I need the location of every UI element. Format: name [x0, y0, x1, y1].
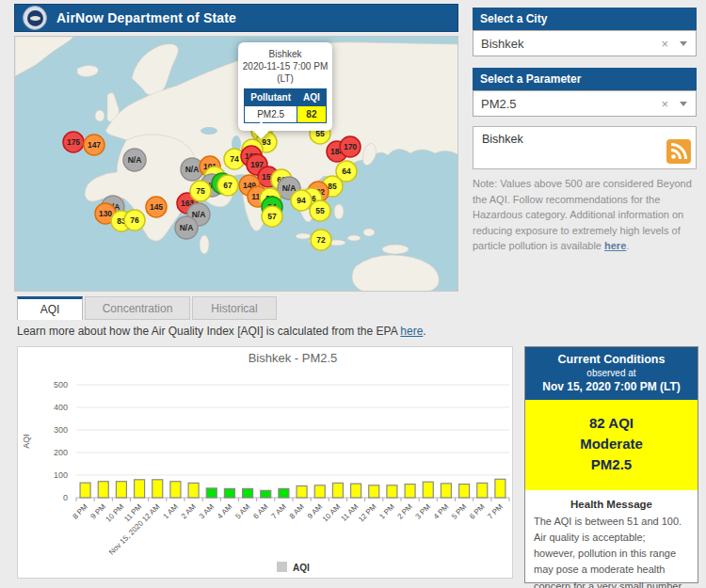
svg-text:93: 93 [262, 137, 271, 147]
chart-bar [135, 480, 145, 498]
tab-concentration[interactable]: Concentration [85, 296, 190, 320]
chart-x-tick-label: 10 AM [321, 502, 343, 524]
health-message-section: Health Message The AQI is between 51 and… [525, 490, 698, 588]
chart-bar [351, 484, 361, 498]
svg-text:67: 67 [223, 181, 233, 190]
popup-col-aqi: AQI [297, 89, 327, 106]
chart-bar [495, 479, 505, 498]
chart-bar [297, 486, 307, 498]
chart-bar [387, 485, 397, 498]
aqi-bar-chart: Bishkek - PM2.5AQI01002003004005008 PM9 … [17, 346, 513, 579]
svg-text:130: 130 [99, 209, 112, 218]
aqi-marker[interactable]: 145 [146, 197, 167, 217]
aqi-status-box: 82 AQI Moderate PM2.5 [525, 400, 698, 490]
legend-label: AQI [293, 563, 310, 573]
parameter-caret-down-icon[interactable] [680, 102, 687, 106]
chart-x-tick-label: 8 AM [288, 502, 306, 520]
chart-x-tick-label: 4 PM [432, 502, 451, 521]
state-department-seal-icon [23, 6, 47, 30]
svg-text:170: 170 [344, 142, 357, 151]
chart-bar [423, 482, 433, 498]
aqi-marker[interactable]: 170 [340, 136, 361, 157]
current-conditions-header: Current Conditions observed at Nov 15, 2… [525, 347, 698, 400]
chart-x-tick-label: 6 AM [251, 502, 269, 520]
learn-more-period: . [423, 325, 425, 338]
svg-text:72: 72 [316, 235, 326, 245]
chart-x-tick-label: 10 PM [104, 502, 126, 524]
chart-x-tick-label: 5 AM [233, 502, 251, 520]
city-select[interactable]: Bishkek × [473, 30, 697, 56]
aqi-value-line: 82 AQI [525, 413, 698, 434]
chart-bar [261, 490, 271, 498]
note-text: Note: Values above 500 are considered Be… [473, 176, 697, 254]
chart-x-tick-label: 6 PM [468, 502, 487, 521]
select-parameter-header: Select a Parameter [473, 68, 697, 90]
tab-historical[interactable]: Historical [192, 296, 277, 320]
parameter-clear-icon[interactable]: × [661, 97, 668, 111]
aqi-marker[interactable]: 72 [311, 230, 331, 250]
svg-text:76: 76 [130, 215, 139, 225]
chart-bar [369, 485, 379, 498]
chart-x-tick-label: 7 AM [270, 502, 288, 520]
aqi-world-map[interactable]: 175147N/AN/A1308376145163N/AN/A74N/A1017… [14, 36, 458, 292]
epa-here-link[interactable]: here [400, 325, 423, 338]
chart-bar [243, 488, 253, 498]
chart-y-tick: 500 [54, 380, 68, 389]
chart-x-tick-label: 1 PM [377, 502, 396, 521]
select-city-header: Select a City [473, 8, 697, 30]
svg-text:75: 75 [196, 186, 205, 196]
tab-aqi[interactable]: AQI [17, 296, 83, 320]
aqi-marker[interactable]: 57 [262, 206, 282, 227]
app-header: AirNow Department of State [14, 4, 458, 32]
aqi-marker[interactable]: 67 [217, 175, 238, 196]
svg-text:N/A: N/A [180, 223, 194, 232]
city-clear-icon[interactable]: × [661, 37, 668, 51]
observed-datetime: Nov 15, 2020 7:00 PM (LT) [527, 380, 696, 393]
chart-bar [314, 485, 325, 498]
aqi-marker[interactable]: 175 [63, 132, 84, 152]
aqi-marker[interactable]: N/A [123, 149, 146, 171]
chart-x-tick-label: 3 PM [414, 502, 433, 521]
chart-x-tick-label: 2 PM [395, 502, 414, 521]
feed-city-label: Bishkek [473, 127, 696, 146]
chart-bar [477, 483, 488, 498]
aqi-marker[interactable]: N/A [175, 216, 198, 239]
aqi-marker[interactable]: 94 [291, 190, 312, 211]
chart-y-tick: 300 [54, 425, 68, 435]
aqi-marker[interactable]: 147 [84, 135, 104, 155]
chart-x-tick-label: 11 AM [340, 502, 361, 523]
popup-timezone: (LT) [242, 72, 329, 85]
note-body: Note: Values above 500 are considered Be… [473, 178, 692, 251]
rss-icon[interactable] [666, 139, 691, 164]
aqi-marker[interactable]: 55 [310, 200, 330, 221]
page: AirNow Department of State [0, 0, 706, 588]
chart-bar [116, 482, 126, 498]
chart-y-axis-label: AQI [22, 434, 31, 449]
current-conditions-panel: Current Conditions observed at Nov 15, 2… [524, 346, 698, 583]
parameter-select-value: PM2.5 [473, 97, 661, 111]
aqi-marker[interactable]: 75 [190, 181, 211, 201]
health-message-title: Health Message [525, 499, 698, 510]
chart-y-tick: 0 [63, 493, 68, 502]
chart-bar [405, 485, 415, 498]
note-here-link[interactable]: here [604, 240, 626, 251]
legend-swatch [277, 562, 287, 572]
learn-more-text: Learn more about how the Air Quality Ind… [17, 325, 426, 338]
tab-bar: AQI Concentration Historical [17, 296, 277, 320]
learn-more-body: Learn more about how the Air Quality Ind… [17, 325, 400, 338]
parameter-select[interactable]: PM2.5 × [473, 90, 697, 117]
chart-x-tick-label: 7 PM [486, 502, 505, 521]
chart-bar [206, 488, 217, 498]
aqi-marker[interactable]: 76 [124, 210, 145, 230]
chart-x-tick-label: 5 PM [450, 502, 469, 521]
chart-bar [441, 484, 451, 498]
svg-text:147: 147 [88, 140, 101, 150]
chart-x-tick-label: 12 PM [357, 502, 378, 524]
current-conditions-title: Current Conditions [527, 353, 696, 366]
svg-text:94: 94 [297, 196, 306, 205]
observed-at-label: observed at [527, 368, 696, 378]
chart-bar [332, 483, 343, 498]
chart-bar [152, 480, 163, 498]
city-caret-down-icon[interactable] [680, 41, 687, 46]
popup-table: Pollutant AQI PM2.5 82 [244, 88, 327, 123]
